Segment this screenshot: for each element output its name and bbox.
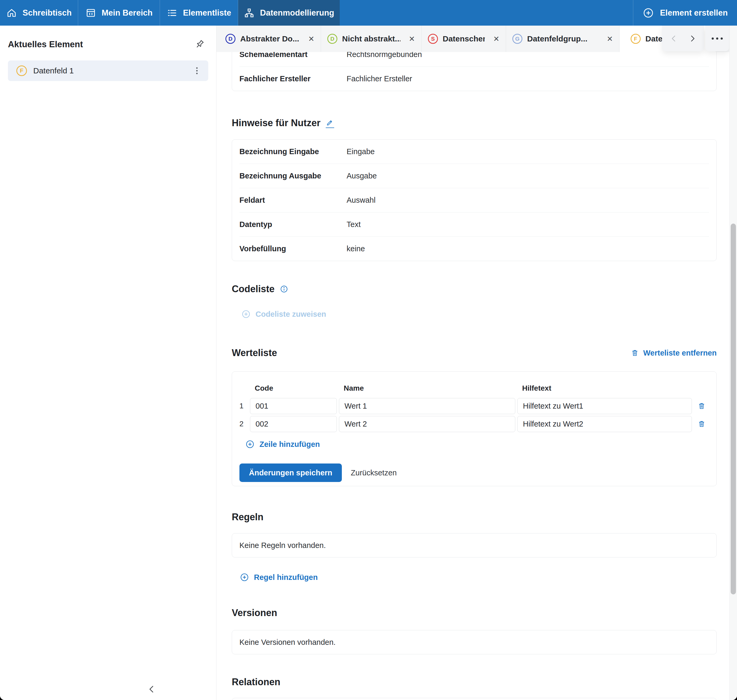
add-row-button[interactable]: Zeile hinzufügen <box>245 440 320 449</box>
sidebar: Aktuelles Element F Datenfeld 1 <box>0 26 216 700</box>
nav-item-mein-bereich[interactable]: Mein Bereich <box>78 0 160 26</box>
tab-label: Date <box>646 34 663 43</box>
werteliste-card: Code Name Hilfetext 1 2 <box>232 371 717 486</box>
tab-nicht-abstrakter-dokument[interactable]: D Nicht abstrakt... ✕ <box>321 26 422 52</box>
sidebar-title: Aktuelles Element <box>8 39 83 49</box>
add-row-container: Zeile hinzufügen <box>245 438 709 450</box>
dokument-type-icon: D <box>327 34 337 44</box>
regeln-empty-text: Keine Regeln vorhanden. <box>240 541 326 550</box>
detail-row: Bezeichnung Eingabe Eingabe <box>240 140 709 164</box>
row-number: 1 <box>240 402 250 410</box>
name-input[interactable] <box>339 398 515 414</box>
hilfetext-input[interactable] <box>517 398 692 414</box>
home-icon <box>6 7 17 19</box>
detail-label: Feldart <box>240 196 347 204</box>
tab-label: Abstrakter Do... <box>240 34 299 43</box>
code-input[interactable] <box>250 416 337 432</box>
hilfetext-input[interactable] <box>517 416 692 432</box>
tab-datenschema[interactable]: S Datenschema ... ✕ <box>422 26 506 52</box>
gruppe-type-icon: G <box>512 34 522 44</box>
delete-row-icon[interactable] <box>697 402 706 410</box>
tab-abstrakter-dokument[interactable]: D Abstrakter Do... ✕ <box>219 26 321 52</box>
add-row-label: Zeile hinzufügen <box>259 440 320 449</box>
code-input[interactable] <box>250 398 337 414</box>
close-icon[interactable]: ✕ <box>603 35 613 43</box>
tabs-scroll-right-icon[interactable] <box>688 34 697 43</box>
close-icon[interactable]: ✕ <box>305 35 314 43</box>
trash-icon <box>631 349 639 357</box>
werteliste-section-heading: Werteliste <box>232 347 277 359</box>
plus-circle-icon <box>643 7 654 19</box>
column-header-name: Name <box>339 384 517 393</box>
detail-label: Fachlicher Ersteller <box>240 74 347 83</box>
heading-text: Versionen <box>232 607 277 619</box>
tabs-scroll-left-icon[interactable] <box>669 34 678 43</box>
element-details-card: Schemaelementart Rechtsnormgebunden Fach… <box>232 52 717 91</box>
nav-label: Mein Bereich <box>102 8 153 18</box>
reset-button[interactable]: Zurücksetzen <box>349 468 398 478</box>
remove-werteliste-label: Werteliste entfernen <box>643 349 717 357</box>
kebab-menu-icon[interactable] <box>192 65 202 76</box>
detail-value: Text <box>347 220 709 229</box>
tab-more-menu[interactable] <box>705 26 729 51</box>
nav-item-datenmodellierung[interactable]: Datenmodellierung <box>238 0 340 26</box>
detail-value: Auswahl <box>347 196 709 204</box>
sidebar-collapse-icon[interactable] <box>147 684 157 694</box>
name-input[interactable] <box>339 416 515 432</box>
detail-row: Bezeichnung Ausgabe Ausgabe <box>240 164 709 188</box>
regeln-section-heading: Regeln <box>232 511 717 523</box>
detail-label: Bezeichnung Ausgabe <box>240 172 347 180</box>
close-icon[interactable]: ✕ <box>490 35 499 43</box>
list-icon <box>166 7 178 19</box>
werteliste-table-header: Code Name Hilfetext <box>240 379 709 397</box>
regeln-empty-card: Keine Regeln vorhanden. <box>232 533 717 557</box>
nav-item-elementliste[interactable]: Elementliste <box>160 0 238 26</box>
remove-werteliste-button[interactable]: Werteliste entfernen <box>631 349 717 357</box>
create-element-button[interactable]: Element erstellen <box>633 0 737 26</box>
detail-row: Vorbefüllung keine <box>240 237 709 261</box>
datenfeld-type-icon: F <box>16 65 27 76</box>
tab-label: Datenschema ... <box>443 34 485 43</box>
main-panel: D Abstrakter Do... ✕ D Nicht abstrakt...… <box>216 26 737 700</box>
detail-value: Eingabe <box>347 147 709 156</box>
column-header-code: Code <box>250 384 339 393</box>
scrollbar-thumb[interactable] <box>731 224 736 594</box>
top-navigation-bar: Schreibtisch Mein Bereich Elementliste D… <box>0 0 737 26</box>
detail-label: Bezeichnung Eingabe <box>240 147 347 156</box>
close-icon[interactable]: ✕ <box>405 35 415 43</box>
hinweise-section-heading: Hinweise für Nutzer <box>232 117 717 129</box>
row-number: 2 <box>240 420 250 428</box>
delete-row-icon[interactable] <box>697 420 706 428</box>
sidebar-item-label: Datenfeld 1 <box>33 66 74 75</box>
create-element-label: Element erstellen <box>660 8 728 18</box>
nav-label: Elementliste <box>183 8 231 18</box>
assign-codeliste-button[interactable]: Codeliste zuweisen <box>241 309 326 319</box>
sidebar-item-datenfeld[interactable]: F Datenfeld 1 <box>8 60 208 81</box>
tab-strip: D Abstrakter Do... ✕ D Nicht abstrakt...… <box>216 26 737 52</box>
tab-label: Nicht abstrakt... <box>342 34 400 43</box>
versionen-section-heading: Versionen <box>232 607 717 619</box>
versionen-empty-card: Keine Versionen vorhanden. <box>232 630 717 654</box>
pencil-icon <box>326 118 334 127</box>
tab-datenfeldgruppe[interactable]: G Datenfeldgrup... ✕ <box>506 26 619 52</box>
save-changes-button[interactable]: Änderungen speichern <box>240 463 342 482</box>
edit-hinweise-button[interactable] <box>326 118 334 128</box>
add-regel-button[interactable]: Regel hinzufügen <box>240 572 318 582</box>
info-icon[interactable] <box>280 285 288 293</box>
heading-text: Relationen <box>232 676 280 688</box>
detail-row: Feldart Auswahl <box>240 188 709 212</box>
add-regel-label: Regel hinzufügen <box>254 573 318 582</box>
detail-row: Schemaelementart Rechtsnormgebunden <box>240 52 709 66</box>
vertical-scrollbar[interactable] <box>729 26 737 700</box>
heading-text: Codeliste <box>232 283 275 295</box>
tab-label: Datenfeldgrup... <box>527 34 587 43</box>
hinweise-card: Bezeichnung Eingabe Eingabe Bezeichnung … <box>232 140 717 261</box>
heading-text: Hinweise für Nutzer <box>232 117 321 129</box>
nav-item-schreibtisch[interactable]: Schreibtisch <box>0 0 78 26</box>
pin-icon[interactable] <box>194 39 205 50</box>
werteliste-header-row: Werteliste Werteliste entfernen <box>232 347 717 359</box>
plus-circle-icon <box>240 572 249 582</box>
datenfeld-type-icon: F <box>631 34 641 44</box>
detail-label: Schemaelementart <box>240 52 347 59</box>
app-window: Schreibtisch Mein Bereich Elementliste D… <box>0 0 737 700</box>
